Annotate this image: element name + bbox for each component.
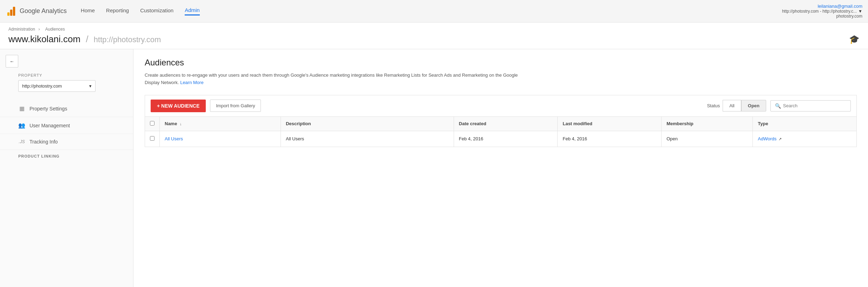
table-row: All Users All Users Feb 4, 2016 Feb 4, 2… (145, 131, 857, 147)
learn-more-link[interactable]: Learn More (180, 80, 203, 85)
breadcrumb-audiences: Audiences (45, 27, 65, 32)
col-date-created: Date created (454, 116, 558, 131)
table-body: All Users All Users Feb 4, 2016 Feb 4, 2… (145, 131, 857, 147)
sidebar-item-user-management-label: User Management (29, 123, 70, 128)
external-link-icon: ↗ (778, 137, 782, 141)
row-last-modified-cell: Feb 4, 2016 (558, 131, 662, 147)
audiences-description: Create audiences to re-engage with your … (145, 72, 531, 87)
import-from-gallery-button[interactable]: Import from Gallery (210, 100, 261, 112)
col-name[interactable]: Name ↓ (160, 116, 281, 131)
account-email[interactable]: leilaniana@gmail.com (818, 4, 862, 9)
property-settings-icon: ▦ (18, 105, 25, 112)
row-name-cell: All Users (160, 131, 281, 147)
breadcrumb-admin[interactable]: Administration (8, 27, 35, 32)
account-dropdown[interactable]: http://photostry.com - http://photostry.… (782, 9, 862, 14)
nav-links: Home Reporting Customization Admin (81, 7, 782, 15)
col-name-label: Name (165, 121, 177, 126)
account-area: leilaniana@gmail.com http://photostry.co… (782, 4, 862, 19)
status-label: Status (707, 103, 720, 108)
table-header: Name ↓ Description Date created Last mod… (145, 116, 857, 131)
breadcrumb: Administration › Audiences (8, 27, 860, 32)
page-title-row: www.kikolani.com / http://photostry.com … (8, 34, 860, 49)
row-membership-cell: Open (662, 131, 753, 147)
back-arrow-icon: ← (9, 59, 14, 64)
row-description-cell: All Users (281, 131, 454, 147)
page-title-secondary: http://photostry.com (94, 35, 161, 44)
table-header-row: Name ↓ Description Date created Last mod… (145, 116, 857, 131)
breadcrumb-separator: › (38, 27, 41, 32)
svg-rect-0 (7, 12, 9, 16)
property-select-row: http://photostry.com ▾ (18, 80, 127, 92)
sidebar: ← PROPERTY http://photostry.com ▾ ▦ Prop… (0, 49, 133, 287)
page-header: Administration › Audiences www.kikolani.… (0, 23, 868, 49)
product-linking-section-title: PRODUCT LINKING (0, 150, 133, 160)
property-section: PROPERTY http://photostry.com ▾ (0, 73, 133, 97)
svg-rect-2 (13, 7, 15, 16)
page-title-primary: www.kikolani.com (8, 34, 80, 44)
sidebar-item-user-management[interactable]: 👥 User Management (0, 117, 133, 134)
ga-logo-icon (6, 6, 17, 17)
property-dropdown-arrow-icon: ▾ (89, 83, 92, 89)
search-icon: 🔍 (775, 103, 781, 109)
property-dropdown[interactable]: http://photostry.com ▾ (18, 80, 96, 92)
adwords-link[interactable]: AdWords (758, 136, 776, 141)
sidebar-item-property-settings-label: Property Settings (29, 106, 67, 111)
audience-table: Name ↓ Description Date created Last mod… (145, 116, 857, 147)
sidebar-item-property-settings[interactable]: ▦ Property Settings (0, 100, 133, 117)
graduation-icon: 🎓 (849, 34, 860, 44)
nav-home[interactable]: Home (81, 7, 95, 15)
svg-rect-1 (10, 9, 12, 16)
tracking-info-icon: .JS (18, 139, 25, 144)
main-layout: ← PROPERTY http://photostry.com ▾ ▦ Prop… (0, 49, 868, 287)
nav-reporting[interactable]: Reporting (106, 7, 129, 15)
account-url: http://photostry.com - http://photostry.… (782, 9, 857, 14)
sidebar-item-tracking-info[interactable]: .JS Tracking Info (0, 134, 133, 150)
sidebar-nav: ▦ Property Settings 👥 User Management .J… (0, 100, 133, 160)
status-all-button[interactable]: All (723, 100, 741, 111)
logo-area: Google Analytics (6, 6, 67, 17)
sidebar-back-button[interactable]: ← (6, 55, 18, 68)
new-audience-button[interactable]: + NEW AUDIENCE (151, 100, 206, 112)
nav-admin[interactable]: Admin (185, 7, 200, 15)
all-users-link[interactable]: All Users (165, 136, 183, 141)
sidebar-item-tracking-info-label: Tracking Info (29, 139, 58, 145)
row-date-created-cell: Feb 4, 2016 (454, 131, 558, 147)
account-name: photostry.com (836, 14, 862, 19)
row-type-cell: AdWords ↗ (753, 131, 857, 147)
search-box[interactable]: 🔍 (770, 100, 851, 111)
search-input[interactable] (783, 103, 846, 108)
toolbar: + NEW AUDIENCE Import from Gallery Statu… (145, 95, 857, 116)
col-membership: Membership (662, 116, 753, 131)
col-type: Type (753, 116, 857, 131)
page-title: www.kikolani.com / http://photostry.com (8, 34, 161, 45)
user-management-icon: 👥 (18, 122, 25, 129)
status-open-button[interactable]: Open (741, 100, 766, 111)
row-checkbox[interactable] (150, 136, 154, 141)
sort-arrow-icon: ↓ (180, 122, 182, 126)
dropdown-arrow-icon: ▼ (858, 9, 862, 14)
property-label: PROPERTY (18, 73, 127, 77)
audiences-title: Audiences (145, 58, 857, 68)
logo-text: Google Analytics (20, 7, 67, 15)
nav-customization[interactable]: Customization (140, 7, 173, 15)
row-checkbox-cell (145, 131, 160, 147)
property-dropdown-value: http://photostry.com (22, 83, 62, 89)
col-checkbox (145, 116, 160, 131)
content-area: Audiences Create audiences to re-engage … (133, 49, 868, 287)
col-description: Description (281, 116, 454, 131)
col-last-modified: Last modified (558, 116, 662, 131)
select-all-checkbox[interactable] (150, 121, 154, 126)
top-navigation: Google Analytics Home Reporting Customiz… (0, 0, 868, 23)
title-separator: / (86, 34, 91, 44)
